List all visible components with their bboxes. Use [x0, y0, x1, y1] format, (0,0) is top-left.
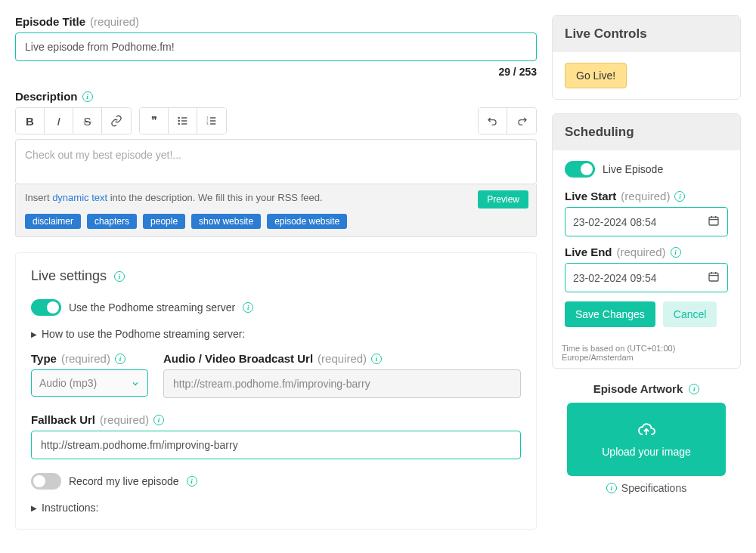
use-server-label: Use the Podhome streaming server	[69, 301, 235, 314]
episode-title-required: (required)	[90, 15, 139, 28]
preview-button[interactable]: Preview	[478, 190, 528, 209]
bullet-list-icon	[177, 115, 189, 127]
info-icon[interactable]: i	[114, 271, 125, 282]
info-icon[interactable]: i	[115, 354, 125, 364]
undo-button[interactable]	[479, 108, 507, 134]
redo-icon	[516, 115, 528, 127]
live-end-input[interactable]: 23-02-2024 09:54	[565, 263, 728, 292]
use-server-toggle[interactable]	[31, 299, 61, 316]
info-icon[interactable]: i	[82, 91, 93, 102]
type-select[interactable]: Audio (mp3)	[31, 369, 148, 397]
calendar-icon	[708, 215, 720, 229]
go-live-button[interactable]: Go Live!	[565, 63, 627, 88]
svg-point-0	[178, 117, 179, 118]
bold-button[interactable]: B	[16, 108, 45, 134]
specifications-link[interactable]: i Specifications	[552, 482, 741, 494]
link-icon	[110, 115, 122, 127]
fallback-url-input[interactable]	[31, 431, 521, 459]
record-toggle[interactable]	[31, 473, 61, 490]
svg-rect-16	[709, 273, 718, 281]
info-icon[interactable]: i	[187, 476, 197, 487]
fallback-url-label: Fallback Url (required) i	[31, 413, 521, 426]
info-icon[interactable]: i	[153, 415, 164, 425]
description-editor[interactable]: Check out my best episode yet!...	[15, 139, 537, 184]
dynamic-text-link[interactable]: dynamic text	[52, 192, 107, 203]
svg-text:3: 3	[206, 122, 209, 125]
insert-bar: Preview Insert dynamic text into the des…	[15, 184, 537, 237]
strikethrough-button[interactable]: S	[73, 108, 102, 134]
save-button[interactable]: Save Changes	[565, 301, 655, 327]
live-controls-panel: Live Controls Go Live!	[552, 15, 741, 100]
live-settings-title: Live settings i	[31, 268, 521, 284]
instructions-disclosure[interactable]: Instructions:	[31, 502, 521, 514]
live-end-label: Live End (required) i	[565, 246, 728, 258]
artwork-label: Episode Artwork i	[552, 382, 741, 395]
numbered-list-icon: 123	[206, 115, 218, 127]
calendar-icon	[708, 270, 720, 285]
live-settings-section: Live settings i Use the Podhome streamin…	[15, 252, 537, 530]
timezone-note: Time is based on (UTC+01:00) Europe/Amst…	[553, 338, 740, 368]
link-button[interactable]	[102, 108, 131, 134]
live-start-label: Live Start (required) i	[565, 190, 728, 202]
editor-toolbar: B I S ❞ 123	[15, 107, 537, 134]
broadcast-url-label: Audio / Video Broadcast Url (required) i	[163, 352, 521, 365]
numbered-list-button[interactable]: 123	[197, 108, 226, 134]
scheduling-panel: Scheduling Live Episode Live Start (requ…	[552, 113, 741, 369]
episode-title-counter: 29 / 253	[15, 66, 537, 78]
info-icon: i	[606, 483, 617, 493]
type-label: Type (required) i	[31, 352, 148, 365]
info-icon[interactable]: i	[674, 191, 685, 202]
episode-title-label: Episode Title (required)	[15, 15, 537, 28]
live-episode-label: Live Episode	[603, 163, 663, 175]
info-icon[interactable]: i	[371, 354, 382, 364]
quote-button[interactable]: ❞	[140, 108, 169, 134]
tag-episode-website[interactable]: episode website	[267, 214, 347, 229]
scheduling-title: Scheduling	[553, 114, 740, 150]
svg-point-1	[178, 120, 179, 121]
undo-icon	[487, 115, 499, 127]
italic-button[interactable]: I	[45, 108, 73, 134]
episode-title-input[interactable]	[15, 32, 537, 61]
svg-point-2	[178, 123, 179, 124]
episode-title-label-text: Episode Title	[15, 15, 85, 28]
info-icon[interactable]: i	[689, 384, 699, 394]
broadcast-url-input[interactable]	[163, 369, 521, 398]
redo-button[interactable]	[507, 108, 536, 134]
record-label: Record my live episode	[69, 475, 179, 487]
chevron-down-icon	[131, 378, 140, 388]
upload-image-button[interactable]: Upload your image	[567, 403, 726, 476]
tag-disclaimer[interactable]: disclaimer	[25, 214, 81, 229]
tag-show-website[interactable]: show website	[191, 214, 261, 229]
tag-chapters[interactable]: chapters	[87, 214, 137, 229]
how-to-use-disclosure[interactable]: How to use the Podhome streaming server:	[31, 328, 521, 340]
description-label-text: Description	[15, 90, 78, 103]
live-start-input[interactable]: 23-02-2024 08:54	[565, 207, 728, 236]
live-controls-title: Live Controls	[553, 16, 740, 52]
cloud-upload-icon	[636, 421, 657, 439]
artwork-section: Episode Artwork i Upload your image i Sp…	[552, 382, 741, 494]
info-icon[interactable]: i	[671, 247, 681, 258]
cancel-button[interactable]: Cancel	[663, 301, 717, 327]
info-icon[interactable]: i	[243, 302, 253, 313]
insert-hint: Insert dynamic text into the description…	[25, 192, 527, 203]
svg-rect-12	[709, 217, 718, 225]
description-label: Description i	[15, 90, 537, 103]
tag-people[interactable]: people	[143, 214, 185, 229]
live-episode-toggle[interactable]	[565, 161, 595, 178]
bullet-list-button[interactable]	[169, 108, 197, 134]
